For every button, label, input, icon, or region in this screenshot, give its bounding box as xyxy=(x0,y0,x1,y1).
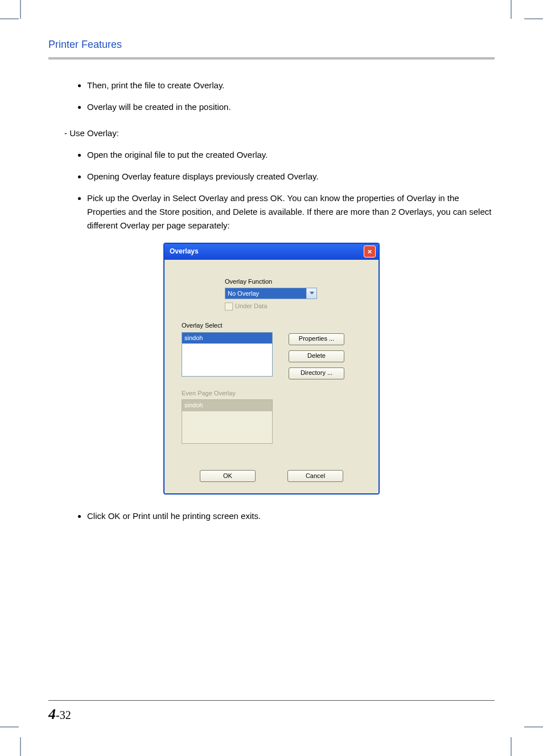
close-icon: × xyxy=(368,248,372,255)
intro-bullet-list: Then, print the file to create Overlay. … xyxy=(87,79,495,114)
even-page-overlay-listbox: sindoh xyxy=(182,399,273,444)
page-number: 4-32 xyxy=(48,702,71,726)
delete-button[interactable]: Delete xyxy=(289,350,344,362)
footer-divider xyxy=(48,700,495,701)
list-item[interactable]: sindoh xyxy=(182,333,272,344)
under-data-label: Under Data xyxy=(235,301,267,312)
use-overlay-bullet-list: Open the original file to put the create… xyxy=(87,148,495,232)
cancel-button[interactable]: Cancel xyxy=(287,470,343,482)
after-bullet-list: Click OK or Print until he printing scre… xyxy=(87,509,495,523)
use-overlay-heading: - Use Overlay: xyxy=(64,126,495,140)
overlay-function-label: Overlay Function xyxy=(225,277,361,287)
under-data-checkbox: Under Data xyxy=(225,301,361,312)
list-item: sindoh xyxy=(182,400,272,411)
overlay-select-label: Overlay Select xyxy=(182,321,361,331)
ok-button[interactable]: OK xyxy=(200,470,256,482)
even-page-overlay-label: Even Page Overlay xyxy=(182,389,361,399)
list-item: Click OK or Print until he printing scre… xyxy=(87,509,495,523)
page-header-title: Printer Features xyxy=(48,36,495,53)
chevron-down-icon xyxy=(306,288,316,299)
list-item: Overlay will be created in the position. xyxy=(87,100,495,114)
properties-button[interactable]: Properties ... xyxy=(289,333,344,345)
header-divider xyxy=(48,58,495,62)
chapter-number: 4 xyxy=(48,706,56,722)
list-item: Opening Overlay feature displays previou… xyxy=(87,170,495,183)
overlays-dialog-screenshot: Overlays × Overlay Function No Overlay xyxy=(163,243,380,495)
list-item: Pick up the Overlay in Select Overlay an… xyxy=(87,191,495,232)
list-item: Then, print the file to create Overlay. xyxy=(87,79,495,92)
dialog-title: Overlays xyxy=(170,246,199,257)
overlay-function-value: No Overlay xyxy=(225,288,306,299)
overlay-function-combo[interactable]: No Overlay xyxy=(225,288,317,299)
directory-button[interactable]: Directory ... xyxy=(289,367,344,379)
checkbox-icon xyxy=(225,303,233,310)
page-suffix: -32 xyxy=(56,709,71,721)
dialog-titlebar: Overlays × xyxy=(164,244,379,260)
overlay-select-listbox[interactable]: sindoh xyxy=(182,332,273,377)
close-button[interactable]: × xyxy=(364,246,376,258)
list-item: Open the original file to put the create… xyxy=(87,148,495,162)
